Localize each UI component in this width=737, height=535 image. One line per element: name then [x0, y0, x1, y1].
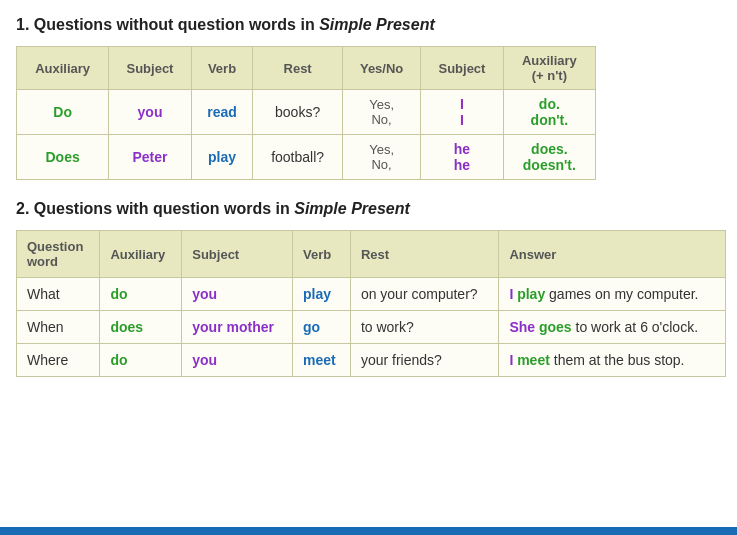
- table2-col-rest: Rest: [350, 231, 499, 278]
- cell-rest: your friends?: [350, 344, 499, 377]
- cell-auxiliary: does: [100, 311, 182, 344]
- table1-col-subject: Subject: [109, 47, 192, 90]
- cell-verb: play: [292, 278, 350, 311]
- cell-subject: your mother: [182, 311, 293, 344]
- cell-verb: play: [191, 135, 252, 180]
- table-row: Where do you meet your friends? I meet t…: [17, 344, 726, 377]
- table1-col-verb: Verb: [191, 47, 252, 90]
- table2-col-subject: Subject: [182, 231, 293, 278]
- section2-title: 2. Questions with question words in Simp…: [16, 200, 721, 218]
- cell-answer: She goes to work at 6 o'clock.: [499, 311, 726, 344]
- cell-answer: I meet them at the bus stop.: [499, 344, 726, 377]
- bottom-bar: [0, 527, 737, 535]
- table1-col-rest: Rest: [253, 47, 343, 90]
- section1: 1. Questions without question words in S…: [16, 16, 721, 180]
- cell-qword: When: [17, 311, 100, 344]
- cell-rest: to work?: [350, 311, 499, 344]
- cell-auxiliary2: does.doesn't.: [503, 135, 595, 180]
- table1: Auxiliary Subject Verb Rest Yes/No Subje…: [16, 46, 596, 180]
- cell-subject: you: [182, 278, 293, 311]
- cell-yesno: Yes,No,: [343, 135, 421, 180]
- cell-subject: you: [182, 344, 293, 377]
- cell-verb: meet: [292, 344, 350, 377]
- table1-col-auxiliary2: Auxiliary(+ n't): [503, 47, 595, 90]
- table1-col-subject2: Subject: [421, 47, 504, 90]
- table-row: Do you read books? Yes,No, II do.don't.: [17, 90, 596, 135]
- cell-auxiliary2: do.don't.: [503, 90, 595, 135]
- cell-rest: football?: [253, 135, 343, 180]
- cell-subject2: hehe: [421, 135, 504, 180]
- section1-title: 1. Questions without question words in S…: [16, 16, 721, 34]
- table2-col-qword: Questionword: [17, 231, 100, 278]
- table2: Questionword Auxiliary Subject Verb Rest…: [16, 230, 726, 377]
- cell-verb: go: [292, 311, 350, 344]
- cell-subject2: II: [421, 90, 504, 135]
- cell-rest: books?: [253, 90, 343, 135]
- cell-auxiliary: Does: [17, 135, 109, 180]
- cell-auxiliary: do: [100, 344, 182, 377]
- cell-rest: on your computer?: [350, 278, 499, 311]
- section2: 2. Questions with question words in Simp…: [16, 200, 721, 377]
- table2-col-verb: Verb: [292, 231, 350, 278]
- cell-yesno: Yes,No,: [343, 90, 421, 135]
- table-row: Does Peter play football? Yes,No, hehe d…: [17, 135, 596, 180]
- cell-subject: you: [109, 90, 192, 135]
- table1-col-yesno: Yes/No: [343, 47, 421, 90]
- table2-col-auxiliary: Auxiliary: [100, 231, 182, 278]
- cell-auxiliary: do: [100, 278, 182, 311]
- cell-auxiliary: Do: [17, 90, 109, 135]
- table-row: What do you play on your computer? I pla…: [17, 278, 726, 311]
- cell-answer: I play games on my computer.: [499, 278, 726, 311]
- cell-verb: read: [191, 90, 252, 135]
- table-row: When does your mother go to work? She go…: [17, 311, 726, 344]
- table1-col-auxiliary: Auxiliary: [17, 47, 109, 90]
- table2-col-answer: Answer: [499, 231, 726, 278]
- cell-qword: Where: [17, 344, 100, 377]
- cell-subject: Peter: [109, 135, 192, 180]
- cell-qword: What: [17, 278, 100, 311]
